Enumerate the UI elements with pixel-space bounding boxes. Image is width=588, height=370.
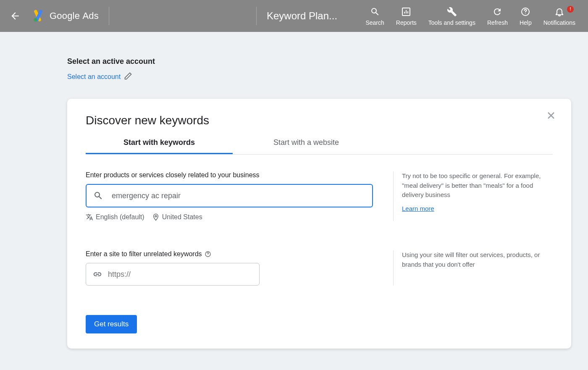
svg-point-6 <box>525 13 526 14</box>
search-icon <box>93 191 103 201</box>
keywords-input[interactable] <box>112 192 365 200</box>
discover-card: Discover new keywords Start with keyword… <box>67 99 571 349</box>
svg-point-11 <box>207 255 208 256</box>
learn-more-link[interactable]: Learn more <box>402 204 434 214</box>
site-input-wrap[interactable] <box>86 263 260 286</box>
app-header: Google Ads Keyword Plan... Search Report… <box>0 0 588 32</box>
main-content: Select an active account Select an accou… <box>0 32 588 349</box>
location-icon <box>152 213 160 221</box>
keywords-tip-text: Try not to be too specific or general. F… <box>402 171 553 200</box>
header-search[interactable]: Search <box>360 6 390 26</box>
get-results-button[interactable]: Get results <box>86 315 137 333</box>
close-icon <box>546 110 556 121</box>
refresh-icon <box>492 7 502 17</box>
account-heading: Select an active account <box>67 57 588 66</box>
keywords-tip: Try not to be too specific or general. F… <box>393 171 553 221</box>
account-link-row: Select an account <box>67 72 588 82</box>
select-account-link[interactable]: Select an account <box>67 73 121 81</box>
arrow-left-icon <box>10 10 21 21</box>
page-title-wrap: Keyword Plan... <box>256 7 337 25</box>
site-input[interactable] <box>108 270 252 279</box>
wrench-icon <box>447 7 457 17</box>
pencil-icon <box>124 72 132 80</box>
header-help[interactable]: Help <box>514 6 538 26</box>
location-label: United States <box>162 213 202 221</box>
header-refresh[interactable]: Refresh <box>481 6 514 26</box>
keywords-meta: English (default) United States <box>86 213 385 221</box>
google-ads-logo-icon <box>32 10 45 22</box>
svg-point-0 <box>34 18 37 21</box>
back-button[interactable] <box>7 10 24 21</box>
svg-point-9 <box>155 215 157 217</box>
tab-website[interactable]: Start with a website <box>233 132 380 154</box>
translate-icon <box>86 213 93 221</box>
site-section: Enter a site to filter unrelated keyword… <box>86 250 553 286</box>
bell-icon <box>554 7 564 17</box>
header-notifications[interactable]: ! Notifications <box>538 6 581 26</box>
reports-icon <box>401 7 411 17</box>
link-icon <box>93 270 102 279</box>
keywords-section: Enter products or services closely relat… <box>86 171 553 221</box>
header-reports[interactable]: Reports <box>390 6 423 26</box>
logo-text: Google Ads <box>50 10 99 21</box>
keywords-label: Enter products or services closely relat… <box>86 171 385 179</box>
site-label: Enter a site to filter unrelated keyword… <box>86 250 385 258</box>
close-button[interactable] <box>546 110 556 122</box>
keywords-input-wrap[interactable] <box>86 184 373 207</box>
notification-badge: ! <box>567 6 574 13</box>
language-label: English (default) <box>96 213 144 221</box>
site-tip: Using your site will filter out services… <box>393 250 553 286</box>
page-title: Keyword Plan... <box>267 10 337 22</box>
logo[interactable]: Google Ads <box>32 7 109 25</box>
language-selector[interactable]: English (default) <box>86 213 144 221</box>
header-actions: Search Reports Tools and settings Refres… <box>360 6 581 26</box>
tabs: Start with keywords Start with a website <box>86 132 553 155</box>
site-tip-text: Using your site will filter out services… <box>402 250 553 269</box>
location-selector[interactable]: United States <box>152 213 202 221</box>
tab-keywords[interactable]: Start with keywords <box>86 132 233 154</box>
search-icon <box>370 7 380 17</box>
header-tools[interactable]: Tools and settings <box>423 6 481 26</box>
help-icon <box>520 7 530 17</box>
help-icon[interactable] <box>205 251 211 257</box>
card-title: Discover new keywords <box>86 114 553 127</box>
edit-account-button[interactable] <box>124 72 132 82</box>
